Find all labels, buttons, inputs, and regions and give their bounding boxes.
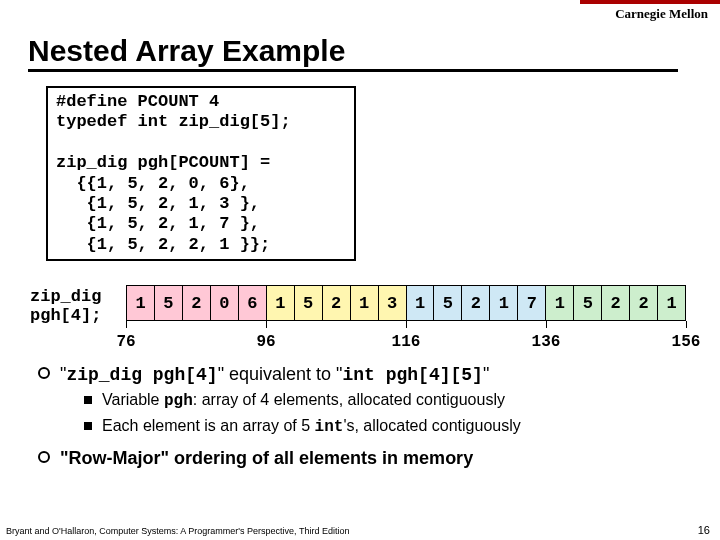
memory-cell: 1	[658, 285, 686, 321]
memory-cell: 5	[574, 285, 602, 321]
sub-bullet-1: Variable pgh: array of 4 elements, alloc…	[84, 389, 688, 413]
page-number: 16	[698, 524, 710, 536]
memory-cell: 2	[462, 285, 490, 321]
memory-cell: 2	[602, 285, 630, 321]
memory-cell: 5	[295, 285, 323, 321]
bullet-ring-icon	[38, 367, 50, 379]
tick-mark	[686, 321, 687, 328]
tick-mark	[266, 321, 267, 328]
address-label: 116	[392, 333, 421, 351]
memory-cell: 5	[434, 285, 462, 321]
memory-cell: 2	[323, 285, 351, 321]
memory-cell: 6	[239, 285, 267, 321]
address-label: 136	[532, 333, 561, 351]
memory-ticks	[126, 321, 686, 329]
memory-cell: 0	[211, 285, 239, 321]
memory-cell: 7	[518, 285, 546, 321]
bullet-1-text: "zip_dig pgh[4]" equivalent to "int pgh[…	[60, 362, 489, 387]
slide-title: Nested Array Example	[28, 34, 678, 72]
bullet-2: "Row-Major" ordering of all elements in …	[38, 446, 688, 470]
code-block: #define PCOUNT 4 typedef int zip_dig[5];…	[46, 86, 356, 261]
tick-mark	[406, 321, 407, 328]
memory-cell: 1	[127, 285, 155, 321]
tick-mark	[126, 321, 127, 328]
bullet-1: "zip_dig pgh[4]" equivalent to "int pgh[…	[38, 362, 688, 387]
brand-bar	[580, 0, 720, 4]
memory-cell: 1	[490, 285, 518, 321]
array-declaration: zip_dig pgh[4];	[30, 288, 101, 325]
sub-bullet-2: Each element is an array of 5 int's, all…	[84, 415, 688, 439]
memory-cell: 1	[267, 285, 295, 321]
memory-addresses: 7696116136156	[126, 329, 686, 349]
sub-bullet-1-text: Variable pgh: array of 4 elements, alloc…	[102, 389, 505, 413]
bullet-list: "zip_dig pgh[4]" equivalent to "int pgh[…	[38, 362, 688, 473]
sub-bullet-2-text: Each element is an array of 5 int's, all…	[102, 415, 521, 439]
brand-label: Carnegie Mellon	[615, 6, 708, 22]
decl-line-2: pgh[4];	[30, 307, 101, 326]
memory-cell: 5	[155, 285, 183, 321]
memory-cell: 2	[630, 285, 658, 321]
bullet-square-icon	[84, 396, 92, 404]
decl-line-1: zip_dig	[30, 288, 101, 307]
footer-citation: Bryant and O'Hallaron, Computer Systems:…	[6, 526, 349, 536]
memory-cell: 1	[546, 285, 574, 321]
tick-mark	[546, 321, 547, 328]
memory-cell: 1	[351, 285, 379, 321]
memory-cell: 2	[183, 285, 211, 321]
memory-cells: 15206152131521715221	[126, 285, 686, 321]
bullet-ring-icon	[38, 451, 50, 463]
memory-cell: 3	[379, 285, 407, 321]
memory-diagram: 15206152131521715221 7696116136156	[126, 285, 686, 349]
bullet-square-icon	[84, 422, 92, 430]
address-label: 156	[672, 333, 701, 351]
address-label: 96	[256, 333, 275, 351]
address-label: 76	[116, 333, 135, 351]
bullet-2-text: "Row-Major" ordering of all elements in …	[60, 446, 473, 470]
memory-cell: 1	[407, 285, 435, 321]
